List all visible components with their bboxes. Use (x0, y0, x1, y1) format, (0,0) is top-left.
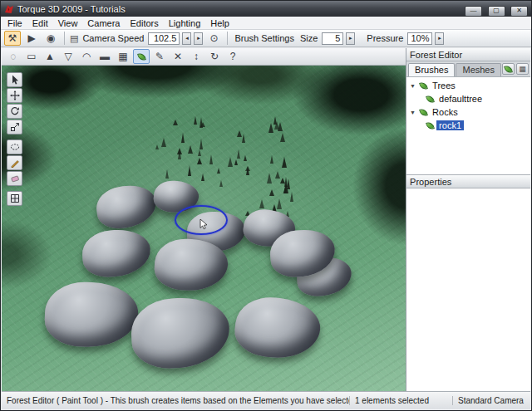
close-button[interactable]: ✕ (510, 6, 528, 17)
paint-tool-icon: ⚒ (8, 32, 17, 44)
viewport-3d[interactable] (2, 66, 406, 391)
expand-arrow-icon[interactable]: ▼ (410, 83, 417, 89)
lasso-tool-button[interactable] (7, 139, 22, 154)
tree-item-defaulttree[interactable]: defaulttree (406, 92, 530, 105)
camera-icon: ▤ (70, 33, 78, 44)
visibility-button[interactable]: ⊙ (205, 31, 222, 46)
tree-sprig (234, 157, 238, 165)
size-label: Size (300, 33, 318, 43)
move-tool-button[interactable] (7, 88, 22, 103)
pressure-field[interactable]: 10% (407, 32, 432, 45)
menu-camera[interactable]: Camera (82, 17, 125, 29)
tool-strip (7, 72, 22, 206)
window-controls: — ▢ ✕ (463, 1, 528, 17)
scale-brush-button[interactable]: ↕ (188, 49, 204, 64)
terrain-paint-button[interactable]: ▦ (115, 49, 131, 64)
camera-speed-decrease-button[interactable]: ◂ (182, 32, 191, 45)
tree-sprig (200, 120, 205, 127)
tool-strip-separator (7, 187, 22, 190)
expand-arrow-icon[interactable]: ▼ (410, 110, 417, 115)
tree-sprig (287, 176, 290, 189)
menu-file[interactable]: File (2, 17, 27, 29)
terrain-raise-icon: ▲ (45, 51, 55, 62)
world-settings-button[interactable]: ◉ (42, 31, 59, 46)
rect-select-icon: ▭ (27, 51, 36, 62)
maximize-button[interactable]: ▢ (488, 6, 505, 17)
pencil-tool-button[interactable] (7, 155, 22, 170)
rock-mesh[interactable] (233, 294, 323, 362)
tree-item-rock1[interactable]: rock1 (406, 119, 530, 132)
tree-sprig (245, 164, 250, 171)
tab-meshes[interactable]: Meshes (456, 63, 501, 76)
terrain-lower-button[interactable]: ▽ (60, 49, 76, 64)
app-window: Torque 3D 2009 - Tutorials — ▢ ✕ FileEdi… (0, 0, 532, 411)
pressure-spin-button[interactable]: ▸ (435, 32, 444, 45)
paint-brush-button[interactable]: ✎ (151, 49, 168, 64)
size-spin-button[interactable]: ▸ (346, 32, 355, 45)
erase-brush-button[interactable]: ✕ (170, 49, 186, 64)
eraser-icon (10, 174, 20, 183)
tree-sprig (161, 135, 166, 147)
minimize-button[interactable]: — (465, 6, 482, 17)
tree-sprig (178, 146, 181, 159)
paint-tool-button[interactable]: ⚒ (4, 31, 21, 46)
tab-brushes[interactable]: Brushes (408, 63, 455, 76)
tree-sprig (188, 163, 191, 176)
eraser-tool-button[interactable] (7, 171, 22, 186)
title-bar[interactable]: Torque 3D 2009 - Tutorials — ▢ ✕ (1, 1, 531, 17)
selection-count: 1 elements selected (349, 396, 452, 405)
tree-item-label: rock1 (436, 120, 464, 130)
leaf-icon (426, 95, 435, 104)
help-button[interactable]: ? (224, 49, 241, 64)
tree-item-label: Rocks (430, 107, 461, 117)
tree-item-trees[interactable]: ▼Trees (406, 79, 530, 92)
toolbar-separator (64, 32, 65, 45)
tree-sprig (275, 169, 280, 179)
lasso-icon (10, 142, 20, 152)
scale-icon (10, 122, 20, 132)
add-mesh-element-button[interactable]: ▦ (516, 63, 529, 75)
tree-sprig (277, 196, 282, 209)
menu-editors[interactable]: Editors (125, 17, 163, 29)
mesh-grid-icon: ▦ (519, 65, 526, 73)
tree-sprig (173, 117, 178, 125)
content-area: ◌▭▲▽◠▬▦✎✕↕↻? Forest Editor Brushes Meshe… (2, 48, 530, 391)
pressure-label: Pressure (367, 33, 403, 43)
rotate-tool-button[interactable] (7, 104, 22, 119)
tree-item-rocks[interactable]: ▼Rocks (406, 105, 530, 119)
status-message: Forest Editor ( Paint Tool ) - This brus… (2, 396, 349, 405)
erase-brush-icon: ✕ (174, 51, 182, 62)
play-button[interactable]: ▶ (23, 31, 40, 46)
properties-panel (406, 188, 530, 391)
ellipse-select-button[interactable]: ◌ (5, 49, 22, 64)
terrain-smooth-button[interactable]: ◠ (78, 49, 95, 64)
tree-sprig (194, 114, 197, 125)
rock-mesh[interactable] (94, 182, 159, 232)
menu-view[interactable]: View (53, 17, 83, 29)
add-brush-element-button[interactable] (502, 63, 515, 75)
tree-sprig (188, 143, 193, 154)
size-field[interactable]: 5 (322, 32, 343, 45)
tree-sprig (280, 130, 285, 142)
rect-select-button[interactable]: ▭ (23, 49, 40, 64)
rock-mesh[interactable] (130, 296, 231, 370)
tree-sprig (280, 175, 285, 183)
forest-brush-button[interactable] (133, 49, 150, 64)
brush-settings-label: Brush Settings (234, 33, 294, 43)
menu-edit[interactable]: Edit (27, 17, 53, 29)
tree-sprig (274, 119, 279, 130)
random-rotate-button[interactable]: ↻ (206, 49, 223, 64)
select-tool-button[interactable] (7, 72, 22, 87)
menu-lighting[interactable]: Lighting (164, 17, 206, 29)
grid-tool-button[interactable] (7, 191, 22, 206)
camera-speed-increase-button[interactable]: ▸ (194, 32, 203, 45)
menu-help[interactable]: Help (205, 17, 234, 29)
rock-mesh[interactable] (81, 228, 152, 279)
camera-speed-label: Camera Speed (82, 33, 144, 43)
terrain-flatten-icon: ▬ (100, 51, 110, 62)
scale-tool-button[interactable] (7, 120, 22, 135)
terrain-raise-button[interactable]: ▲ (42, 49, 58, 64)
terrain-flatten-button[interactable]: ▬ (96, 49, 113, 64)
camera-speed-field[interactable]: 102.5 (148, 32, 180, 45)
rock-mesh[interactable] (44, 281, 140, 349)
